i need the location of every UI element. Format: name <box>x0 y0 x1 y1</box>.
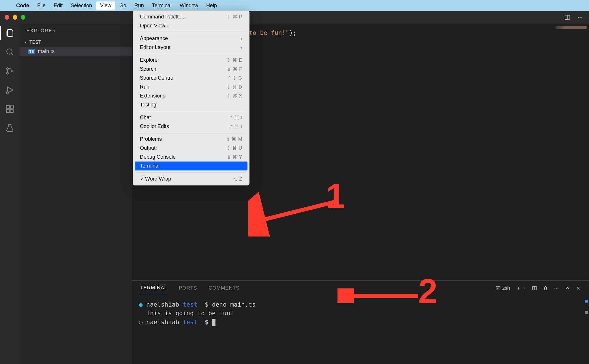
svg-point-23 <box>556 288 557 289</box>
tab-comments[interactable]: COMMENTS <box>209 281 239 295</box>
ellipsis-icon <box>554 286 559 291</box>
menubar-view[interactable]: View <box>96 1 115 10</box>
menu-debug-console[interactable]: Debug Console⇧ ⌘ Y <box>133 153 249 162</box>
svg-rect-14 <box>10 109 13 112</box>
menu-separator <box>136 32 246 32</box>
menu-open-view[interactable]: Open View... <box>133 21 249 30</box>
split-editor-icon[interactable] <box>564 14 571 20</box>
svg-point-11 <box>6 91 9 94</box>
folder-header[interactable]: TEST <box>20 38 132 47</box>
kill-terminal-button[interactable] <box>543 286 548 291</box>
panel-tabs: TERMINAL PORTS COMMENTS zsh <box>132 281 589 296</box>
scroll-mark-icon <box>585 311 588 314</box>
menubar-go[interactable]: Go <box>115 1 130 10</box>
menu-separator <box>136 133 246 133</box>
chevron-down-icon <box>24 40 28 44</box>
menubar-app-name[interactable]: Code <box>12 1 33 10</box>
menu-problems[interactable]: Problems⇧ ⌘ M <box>133 135 249 144</box>
menu-appearance[interactable]: Appearance› <box>133 34 249 43</box>
new-terminal-button[interactable] <box>516 286 526 291</box>
menu-chat[interactable]: Chat⌃ ⌘ I <box>133 113 249 122</box>
terminal-line-1: ● naelshiab test $ deno main.ts <box>139 300 582 309</box>
menu-testing[interactable]: Testing <box>133 100 249 109</box>
minimap[interactable] <box>556 26 587 29</box>
minimize-window-icon[interactable] <box>13 15 17 20</box>
svg-rect-15 <box>11 105 14 108</box>
svg-point-5 <box>7 49 12 54</box>
menu-extensions[interactable]: Extensions⇧ ⌘ X <box>133 91 249 100</box>
terminal-scroll-marks <box>585 300 588 323</box>
terminal-body[interactable]: ● naelshiab test $ deno main.ts This is … <box>132 296 589 364</box>
menu-command-palette[interactable]: Command Palette...⇧ ⌘ P <box>133 12 249 21</box>
terminal-shell-selector[interactable]: zsh <box>496 285 510 291</box>
tab-ports[interactable]: PORTS <box>179 281 197 295</box>
explorer-activity-icon[interactable] <box>5 28 15 38</box>
folder-name: TEST <box>29 40 41 45</box>
close-icon <box>576 286 581 291</box>
menubar-run[interactable]: Run <box>130 1 148 10</box>
menu-separator <box>136 172 246 172</box>
menubar-edit[interactable]: Edit <box>50 1 67 10</box>
svg-line-6 <box>11 53 13 55</box>
bottom-panel: TERMINAL PORTS COMMENTS zsh <box>132 280 589 364</box>
svg-rect-17 <box>496 286 500 290</box>
menu-terminal[interactable]: Terminal <box>135 162 247 170</box>
menu-copilot-edits[interactable]: Copilot Edits⇧ ⌘ I <box>133 122 249 131</box>
file-item-main-ts[interactable]: TS main.ts <box>20 47 132 56</box>
svg-point-8 <box>7 72 9 74</box>
window-titlebar <box>0 11 589 24</box>
more-actions-icon[interactable] <box>577 14 583 20</box>
svg-rect-12 <box>6 106 10 109</box>
chevron-right-icon: › <box>241 35 242 42</box>
svg-point-4 <box>582 17 583 18</box>
terminal-line-2: This is going to be fun! <box>139 309 582 318</box>
panel-more-button[interactable] <box>554 286 559 291</box>
explorer-sidebar: EXPLORER TEST TS main.ts <box>20 24 132 364</box>
menubar-help[interactable]: Help <box>202 1 221 10</box>
activity-bar <box>0 24 20 364</box>
run-debug-activity-icon[interactable] <box>5 85 15 95</box>
svg-point-22 <box>554 288 555 289</box>
maximize-panel-button[interactable] <box>565 286 570 291</box>
menu-editor-layout[interactable]: Editor Layout› <box>133 43 249 52</box>
check-icon: ✓ <box>140 176 145 182</box>
traffic-lights <box>5 15 25 20</box>
terminal-line-3: ○ naelshiab test $ <box>139 318 582 327</box>
terminal-shell-name: zsh <box>502 285 510 291</box>
menubar-terminal[interactable]: Terminal <box>148 1 176 10</box>
svg-point-24 <box>558 288 558 289</box>
menu-output[interactable]: Output⇧ ⌘ U <box>133 144 249 153</box>
menubar-window[interactable]: Window <box>176 1 202 10</box>
menu-run[interactable]: Run⇧ ⌘ D <box>133 82 249 91</box>
file-name: main.ts <box>38 48 55 55</box>
menubar-file[interactable]: File <box>33 1 50 10</box>
split-terminal-button[interactable] <box>532 286 537 291</box>
macos-menubar: Code File Edit Selection View Go Run Ter… <box>0 0 589 11</box>
source-control-activity-icon[interactable] <box>5 66 15 76</box>
scroll-mark-icon <box>585 300 588 303</box>
search-activity-icon[interactable] <box>5 47 15 57</box>
testing-activity-icon[interactable] <box>5 123 15 133</box>
menu-explorer[interactable]: Explorer⇧ ⌘ E <box>133 56 249 65</box>
menu-separator <box>136 111 246 111</box>
chevron-up-icon <box>565 286 570 291</box>
split-icon <box>532 286 537 291</box>
svg-point-3 <box>579 17 581 18</box>
menu-source-control[interactable]: Source Control⌃ ⇧ G <box>133 74 249 82</box>
menubar-selection[interactable]: Selection <box>67 1 96 10</box>
fullscreen-window-icon[interactable] <box>21 15 25 20</box>
close-panel-button[interactable] <box>576 286 581 291</box>
tab-terminal[interactable]: TERMINAL <box>140 281 167 295</box>
sidebar-title: EXPLORER <box>20 24 132 38</box>
svg-point-9 <box>11 70 13 72</box>
plus-icon <box>516 286 521 291</box>
svg-point-7 <box>7 68 9 70</box>
close-window-icon[interactable] <box>5 15 9 20</box>
menu-separator <box>136 54 246 54</box>
chevron-right-icon: › <box>241 44 242 50</box>
menu-search[interactable]: Search⇧ ⌘ F <box>133 65 249 74</box>
trash-icon <box>543 286 548 291</box>
panel-right-controls: zsh <box>496 285 581 291</box>
extensions-activity-icon[interactable] <box>5 104 15 114</box>
menu-word-wrap[interactable]: ✓Word Wrap⌥ Z <box>133 174 249 183</box>
